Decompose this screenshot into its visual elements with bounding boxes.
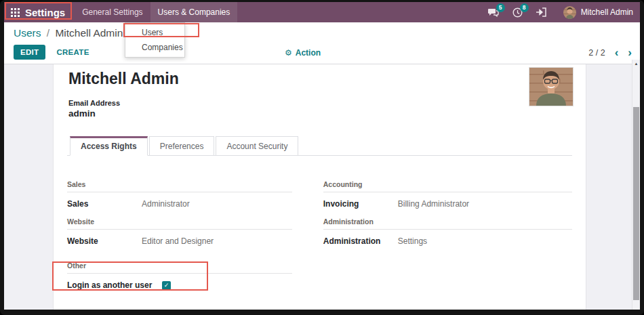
form-title: Mitchell Admin [68, 70, 572, 88]
action-label: Action [296, 48, 321, 58]
navbar-systray: 5 8 [481, 2, 640, 22]
pager: 2 / 2 ‹ › [588, 48, 632, 58]
field-value-administration[interactable]: Settings [398, 236, 427, 246]
users-companies-dropdown: Users Companies [125, 22, 185, 58]
sign-in-icon [536, 7, 547, 17]
content-area: Mitchell Admin Email Address admin Acces… [4, 64, 640, 310]
field-label-invoicing: Invoicing [323, 199, 398, 209]
form-sheet: Mitchell Admin Email Address admin Acces… [53, 64, 586, 310]
field-login-as-another-user: Login as another user ✓ [67, 280, 292, 291]
group-administration: Administration Administration Settings [323, 217, 572, 247]
edit-button[interactable]: EDIT [14, 45, 45, 60]
app-window: Settings General Settings Users & Compan… [4, 2, 640, 310]
user-photo [529, 67, 573, 106]
activities-button[interactable]: 8 [506, 2, 529, 22]
scrollbar-up-arrow[interactable]: ▲ [632, 60, 640, 66]
vertical-scrollbar[interactable]: ▲ [632, 60, 640, 310]
control-panel-buttons: EDIT CREATE [14, 45, 89, 60]
user-name: Mitchell Admin [581, 7, 633, 17]
breadcrumb-users-link[interactable]: Users [14, 27, 41, 39]
breadcrumb-current: Mitchell Admin [55, 27, 123, 39]
group-other: Other Login as another user ✓ [67, 261, 292, 291]
email-address-label: Email Address [68, 99, 572, 107]
pager-next-button[interactable]: › [628, 48, 632, 58]
pager-value: 2 / 2 [588, 48, 605, 58]
breadcrumb-separator: / [47, 27, 49, 39]
action-menu-button[interactable]: ⚙ Action [285, 48, 321, 58]
field-administration: Administration Settings [323, 236, 572, 247]
menu-general-settings[interactable]: General Settings [75, 2, 150, 22]
access-rights-groups: Sales Sales Administrator Website Websit… [67, 180, 572, 299]
login-as-another-user-checkbox[interactable]: ✓ [162, 281, 171, 290]
field-label-login-as-another-user: Login as another user [67, 280, 162, 290]
field-value-website[interactable]: Editor and Designer [142, 236, 214, 246]
group-title-other: Other [67, 261, 292, 274]
group-sales: Sales Sales Administrator [67, 180, 292, 209]
pager-previous-button[interactable]: ‹ [615, 48, 619, 58]
screenshot-frame: Settings General Settings Users & Compan… [0, 0, 644, 315]
tab-preferences[interactable]: Preferences [149, 136, 215, 156]
apps-grid-icon [11, 8, 20, 17]
scrollbar-thumb[interactable] [633, 107, 639, 300]
field-label-website: Website [67, 236, 142, 246]
menu-users-companies[interactable]: Users & Companies [150, 2, 238, 22]
field-website: Website Editor and Designer [67, 236, 292, 247]
field-value-invoicing[interactable]: Billing Administrator [398, 199, 469, 209]
check-icon: ✓ [164, 282, 169, 289]
login-as-button[interactable] [529, 2, 554, 22]
field-sales: Sales Administrator [67, 198, 292, 209]
messages-button[interactable]: 5 [481, 2, 506, 22]
group-accounting: Accounting Invoicing Billing Administrat… [323, 180, 572, 209]
messages-badge: 5 [496, 3, 505, 12]
field-label-administration: Administration [323, 236, 398, 246]
email-address-value: admin [68, 108, 572, 119]
user-menu[interactable]: Mitchell Admin [554, 6, 633, 19]
breadcrumb: Users / Mitchell Admin [14, 27, 123, 39]
control-panel: Users / Mitchell Admin EDIT CREATE ⚙ Act… [4, 22, 640, 64]
user-avatar [563, 6, 576, 19]
field-value-sales[interactable]: Administrator [142, 199, 190, 209]
tab-account-security[interactable]: Account Security [216, 136, 298, 156]
field-label-sales: Sales [67, 199, 142, 209]
activities-badge: 8 [520, 3, 529, 12]
app-name[interactable]: Settings [24, 2, 75, 22]
create-button[interactable]: CREATE [56, 48, 89, 56]
group-title-website: Website [67, 217, 292, 230]
group-website: Website Website Editor and Designer [67, 217, 292, 247]
dropdown-item-users[interactable]: Users [125, 25, 184, 40]
tab-access-rights[interactable]: Access Rights [70, 136, 148, 156]
gear-icon: ⚙ [285, 49, 292, 57]
group-title-sales: Sales [67, 180, 292, 192]
top-navbar: Settings General Settings Users & Compan… [4, 2, 640, 22]
apps-menu-button[interactable] [4, 2, 24, 22]
dropdown-item-companies[interactable]: Companies [125, 40, 184, 55]
group-title-administration: Administration [323, 217, 572, 230]
field-invoicing: Invoicing Billing Administrator [323, 198, 572, 209]
group-title-accounting: Accounting [323, 180, 572, 192]
notebook-tabs: Access Rights Preferences Account Securi… [67, 136, 572, 156]
